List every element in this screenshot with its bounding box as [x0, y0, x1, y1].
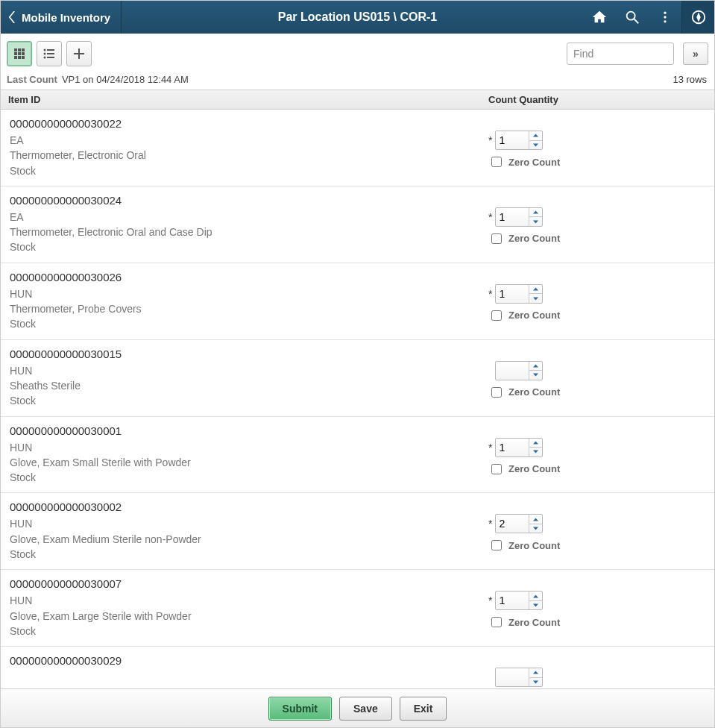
zero-count-label[interactable]: Zero Count [508, 463, 560, 474]
quantity-stepper[interactable] [495, 361, 543, 380]
quantity-stepper[interactable] [495, 207, 543, 227]
col-count-qty: Count Quantity [484, 94, 714, 105]
back-label: Mobile Inventory [22, 11, 110, 24]
step-down-icon[interactable] [529, 294, 542, 303]
step-down-icon[interactable] [529, 678, 542, 687]
item-list[interactable]: 000000000000030022EAThermometer, Electro… [1, 110, 714, 688]
svg-point-2 [664, 12, 666, 14]
table-row: 000000000000030015HUNSheaths SterileStoc… [1, 340, 714, 417]
step-up-icon[interactable] [529, 668, 542, 678]
item-id: 000000000000030029 [10, 654, 484, 667]
top-bar: Mobile Inventory Par Location US015 \ CO… [1, 1, 714, 34]
step-up-icon[interactable] [529, 208, 542, 218]
exit-button[interactable]: Exit [400, 697, 447, 721]
quantity-stepper[interactable] [495, 591, 543, 610]
quantity-stepper[interactable] [495, 284, 543, 304]
item-description: Thermometer, Electronic Oral and Case Di… [10, 225, 484, 239]
quantity-input[interactable] [496, 439, 529, 456]
item-description: Glove, Exam Large Sterile with Powder [10, 609, 484, 624]
step-down-icon[interactable] [529, 601, 542, 610]
quantity-input[interactable] [496, 285, 529, 303]
quantity-input[interactable] [496, 362, 529, 380]
step-down-icon[interactable] [529, 141, 542, 150]
table-row: 000000000000030024EAThermometer, Electro… [1, 186, 714, 263]
expand-button[interactable]: » [683, 43, 708, 65]
quantity-input[interactable] [496, 668, 529, 686]
required-indicator: * [488, 594, 492, 606]
zero-count-checkbox[interactable] [491, 310, 502, 321]
back-button[interactable]: Mobile Inventory [1, 1, 122, 34]
quantity-input[interactable] [496, 131, 529, 149]
zero-count-checkbox[interactable] [491, 464, 502, 474]
quantity-input[interactable] [496, 208, 529, 226]
svg-rect-14 [22, 56, 25, 59]
item-uom: HUN [10, 286, 484, 301]
table-row: 000000000000030029*Zero Count [1, 647, 714, 688]
zero-count-checkbox[interactable] [491, 233, 502, 244]
zero-count-label[interactable]: Zero Count [508, 310, 560, 321]
step-down-icon[interactable] [529, 217, 542, 226]
row-count: 13 rows [673, 74, 708, 85]
zero-count-checkbox[interactable] [491, 617, 502, 627]
find-input[interactable] [567, 43, 674, 65]
svg-rect-20 [47, 57, 54, 58]
required-indicator: * [488, 134, 492, 146]
quantity-stepper[interactable] [495, 438, 543, 457]
quantity-input[interactable] [496, 515, 529, 533]
last-count-label: Last Count [7, 74, 57, 85]
last-count-value: VP1 on 04/24/2018 12:44 AM [62, 74, 189, 85]
grid-view-button[interactable] [7, 41, 32, 66]
item-stock: Stock [10, 239, 484, 254]
step-up-icon[interactable] [529, 515, 542, 524]
svg-rect-8 [22, 48, 25, 51]
item-uom: HUN [10, 516, 484, 531]
zero-count-label[interactable]: Zero Count [508, 157, 560, 168]
step-down-icon[interactable] [529, 448, 542, 456]
quantity-stepper[interactable] [495, 131, 543, 150]
quantity-stepper[interactable] [495, 668, 543, 687]
quantity-input[interactable] [496, 592, 529, 609]
zero-count-label[interactable]: Zero Count [508, 540, 560, 551]
step-up-icon[interactable] [529, 362, 542, 371]
chevron-left-icon [5, 10, 19, 24]
svg-rect-11 [22, 52, 25, 55]
quantity-stepper[interactable] [495, 514, 543, 533]
search-icon[interactable] [616, 1, 649, 34]
step-down-icon[interactable] [529, 524, 542, 533]
svg-rect-9 [14, 52, 17, 55]
kebab-menu-icon[interactable] [649, 1, 681, 34]
item-description: Thermometer, Electronic Oral [10, 148, 484, 163]
submit-button[interactable]: Submit [268, 697, 332, 721]
step-down-icon[interactable] [529, 371, 542, 380]
item-uom: HUN [10, 363, 484, 378]
step-up-icon[interactable] [529, 592, 542, 601]
svg-rect-22 [74, 53, 84, 54]
item-id: 000000000000030026 [10, 271, 484, 283]
item-uom: HUN [10, 440, 484, 455]
required-indicator: * [488, 211, 492, 223]
zero-count-checkbox[interactable] [491, 540, 502, 550]
step-up-icon[interactable] [529, 439, 542, 448]
item-id: 000000000000030015 [10, 348, 484, 360]
zero-count-label[interactable]: Zero Count [508, 233, 560, 244]
list-view-button[interactable] [37, 41, 62, 66]
zero-count-checkbox[interactable] [491, 157, 502, 167]
save-button[interactable]: Save [339, 697, 392, 721]
add-button[interactable] [66, 41, 92, 66]
compass-icon[interactable] [681, 1, 714, 34]
table-row: 000000000000030022EAThermometer, Electro… [1, 110, 714, 186]
item-description: Glove, Exam Medium Sterile non-Powder [10, 532, 484, 547]
table-row: 000000000000030007HUNGlove, Exam Large S… [1, 570, 714, 647]
home-icon[interactable] [583, 1, 616, 34]
zero-count-label[interactable]: Zero Count [508, 617, 560, 628]
zero-count-label[interactable]: Zero Count [508, 386, 560, 398]
table-row: 000000000000030001HUNGlove, Exam Small S… [1, 417, 714, 494]
step-up-icon[interactable] [529, 131, 542, 141]
toolbar: » [1, 34, 714, 72]
item-id: 000000000000030022 [10, 117, 484, 130]
step-up-icon[interactable] [529, 285, 542, 295]
svg-point-19 [44, 57, 46, 59]
zero-count-checkbox[interactable] [491, 387, 502, 398]
item-id: 000000000000030002 [10, 501, 484, 513]
required-indicator: * [488, 288, 492, 300]
